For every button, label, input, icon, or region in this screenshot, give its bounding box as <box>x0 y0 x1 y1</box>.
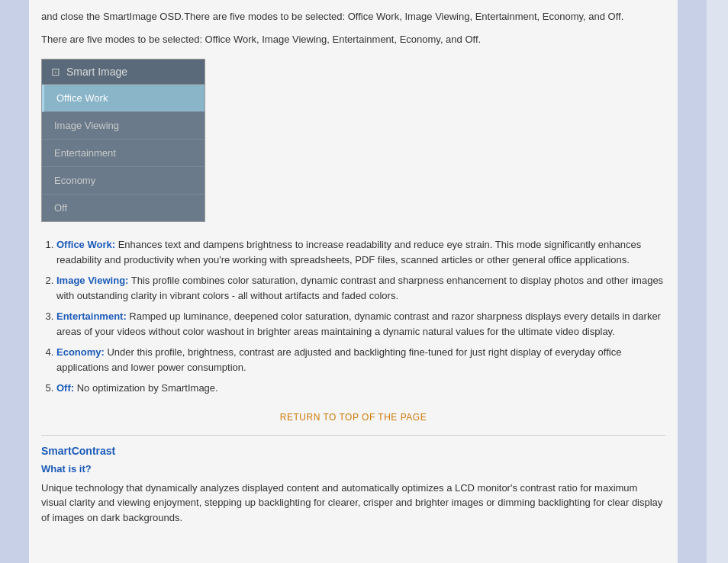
smart-image-title: Smart Image <box>66 66 127 78</box>
list-item: Office Work: Enhances text and dampens b… <box>56 237 665 267</box>
smart-image-icon: ⊡ <box>51 66 60 78</box>
smart-image-header: ⊡ Smart Image <box>42 60 205 85</box>
modes-list: Office Work: Enhances text and dampens b… <box>41 237 665 396</box>
return-to-top-link[interactable]: RETURN TO TOP OF THE PAGE <box>280 412 427 423</box>
economy-link[interactable]: Economy: <box>56 346 105 358</box>
smart-contrast-section: SmartContrast What is it? Unique technol… <box>41 445 665 526</box>
smart-image-box: ⊡ Smart Image Office Work Image Viewing … <box>41 59 205 222</box>
list-item: Entertainment: Ramped up luminance, deep… <box>56 309 665 339</box>
entertainment-link[interactable]: Entertainment: <box>56 310 127 322</box>
image-viewing-link[interactable]: Image Viewing: <box>56 275 128 286</box>
modes-list-section: Office Work: Enhances text and dampens b… <box>41 237 665 396</box>
menu-item-economy[interactable]: Economy <box>42 167 205 195</box>
return-to-top: RETURN TO TOP OF THE PAGE <box>41 411 665 423</box>
left-sidebar <box>0 0 29 563</box>
list-item: Image Viewing: This profile combines col… <box>56 273 665 303</box>
intro-text-2: There are five modes to be selected: Off… <box>41 32 665 47</box>
office-work-link[interactable]: Office Work: <box>56 239 115 250</box>
menu-item-entertainment[interactable]: Entertainment <box>42 140 205 167</box>
intro-text-1: and close the SmartImage OSD.There are f… <box>41 9 665 24</box>
section-divider <box>41 435 665 436</box>
menu-item-office-work[interactable]: Office Work <box>42 85 205 112</box>
list-item: Off: No optimization by SmartImage. <box>56 381 665 396</box>
off-link[interactable]: Off: <box>56 382 74 394</box>
list-item: Economy: Under this profile, brightness,… <box>56 345 665 375</box>
far-right-sidebar <box>707 0 728 563</box>
what-is-it-label: What is it? <box>41 463 665 475</box>
right-sidebar <box>678 0 707 563</box>
menu-item-image-viewing[interactable]: Image Viewing <box>42 112 205 140</box>
smart-contrast-description: Unique technology that dynamically analy… <box>41 481 665 526</box>
content-area: and close the SmartImage OSD.There are f… <box>29 0 678 563</box>
menu-item-off[interactable]: Off <box>42 195 205 221</box>
smart-contrast-title: SmartContrast <box>41 445 665 457</box>
